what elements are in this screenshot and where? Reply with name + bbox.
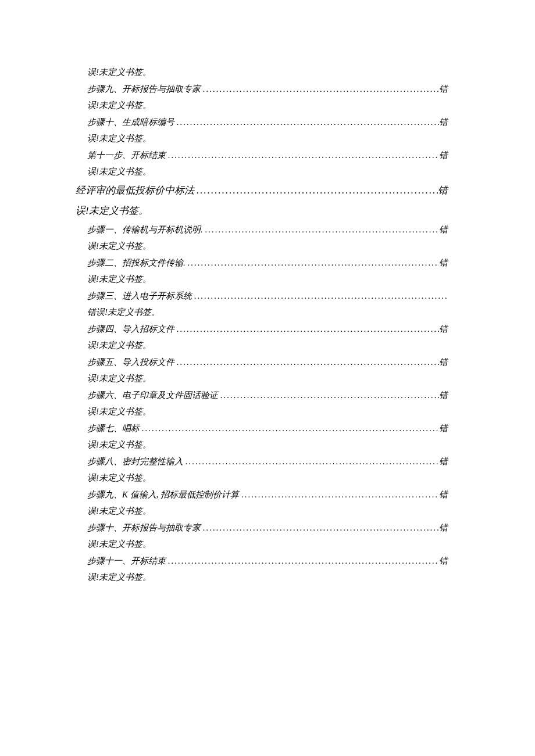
- toc-leader-dots: [140, 420, 439, 437]
- toc-entry: 步骤十、生成暗标编号错: [87, 114, 448, 131]
- toc-error-text: 误!未定义书签。: [87, 97, 448, 114]
- toc-leader-dots: [203, 221, 439, 238]
- toc-leader-dots: [194, 180, 438, 201]
- toc-entry: 步骤六、电子印章及文件固话验证错: [87, 387, 448, 404]
- toc-error-text: 误!未定义书签。: [76, 200, 448, 221]
- toc-entry: 第十一步、开标结束错: [87, 147, 448, 164]
- toc-label: 步骤六、电子印章及文件固话验证: [87, 387, 218, 404]
- toc-entry: 步骤三、进入电子开标系统: [87, 288, 448, 304]
- toc-label: 步骤九、开标报告与抽取专家: [87, 81, 201, 98]
- toc-error-text: 误!未定义书签。: [87, 403, 448, 420]
- toc-page: 错: [439, 387, 448, 404]
- toc-entry: 步骤九、K 值输入, 招标最低控制价计算错: [87, 486, 448, 503]
- toc-label: 步骤四、导入招标文件: [87, 321, 174, 338]
- toc-page: 错: [439, 519, 448, 536]
- toc-leader-dots: [218, 387, 439, 404]
- toc-page: 错: [439, 553, 448, 569]
- toc-label: 步骤五、导入投标文件: [87, 354, 174, 371]
- toc-leader-dots: [174, 321, 439, 338]
- toc-leader-dots: [201, 519, 439, 536]
- toc-leader-dots: [192, 288, 448, 304]
- toc-error-text: 误!未定义书签。: [87, 536, 448, 553]
- toc-entry: 步骤五、导入投标文件错: [87, 354, 448, 371]
- toc-entry: 步骤十一、开标结束错: [87, 553, 448, 569]
- toc-page: 错: [439, 114, 448, 131]
- toc-leader-dots: [186, 255, 439, 271]
- toc-label: 步骤九、K 值输入, 招标最低控制价计算: [87, 486, 239, 503]
- toc-entry: 步骤十、开标报告与抽取专家错: [87, 519, 448, 536]
- toc-error-text: 误!未定义书签。: [87, 64, 448, 81]
- toc-label: 第十一步、开标结束: [87, 147, 166, 164]
- toc-page: 错: [439, 420, 448, 437]
- toc-error-text: 误!未定义书签。: [87, 569, 448, 586]
- toc-leader-dots: [166, 147, 439, 164]
- toc-label: 步骤十、生成暗标编号: [87, 114, 174, 131]
- toc-leader-dots: [174, 354, 439, 371]
- toc-entry: 步骤一、传输机与开标机说明.错: [87, 221, 448, 238]
- toc-label: 步骤二、招投标文件传输.: [87, 255, 186, 271]
- toc-entry: 步骤七、唱标错: [87, 420, 448, 437]
- toc-error-text: 误!未定义书签。: [87, 130, 448, 147]
- toc-leader-dots: [201, 81, 439, 98]
- toc-page: 错: [439, 81, 448, 98]
- toc-error-text: 误!未定义书签。: [87, 337, 448, 354]
- toc-error-text: 误!未定义书签。: [87, 271, 448, 288]
- toc-page: 错: [439, 453, 448, 470]
- toc-container: 误!未定义书签。步骤九、开标报告与抽取专家错误!未定义书签。步骤十、生成暗标编号…: [87, 64, 448, 586]
- toc-label: 步骤三、进入电子开标系统: [87, 288, 192, 304]
- toc-entry: 经评审的最低投标价中标法错: [76, 180, 448, 201]
- toc-error-text: 误!未定义书签。: [87, 163, 448, 180]
- toc-entry: 步骤四、导入招标文件错: [87, 321, 448, 338]
- toc-entry: 步骤八、密封完整性输入错: [87, 453, 448, 470]
- toc-label: 步骤十、开标报告与抽取专家: [87, 519, 201, 536]
- toc-error-text: 误!未定义书签。: [87, 470, 448, 486]
- toc-error-text: 误!未定义书签。: [87, 238, 448, 255]
- toc-leader-dots: [166, 553, 439, 569]
- toc-label: 步骤一、传输机与开标机说明.: [87, 221, 203, 238]
- toc-label: 步骤七、唱标: [87, 420, 140, 437]
- toc-error-text: 误!未定义书签。: [87, 370, 448, 387]
- toc-page: 错: [439, 486, 448, 503]
- toc-leader-dots: [174, 114, 439, 131]
- toc-error-text: 错误!未定义书签。: [87, 304, 448, 321]
- toc-page: 错: [439, 255, 448, 271]
- toc-entry: 步骤九、开标报告与抽取专家错: [87, 81, 448, 98]
- toc-error-text: 误!未定义书签。: [87, 436, 448, 453]
- toc-page: 错: [438, 180, 448, 201]
- toc-leader-dots: [239, 486, 439, 503]
- toc-label: 步骤八、密封完整性输入: [87, 453, 183, 470]
- toc-error-text: 误!未定义书签。: [87, 503, 448, 519]
- toc-page: 错: [439, 354, 448, 371]
- toc-entry: 步骤二、招投标文件传输.错: [87, 255, 448, 271]
- toc-page: 错: [439, 321, 448, 338]
- toc-page: 错: [439, 147, 448, 164]
- toc-label: 步骤十一、开标结束: [87, 553, 166, 569]
- toc-page: 错: [439, 221, 448, 238]
- toc-label: 经评审的最低投标价中标法: [76, 180, 194, 201]
- toc-leader-dots: [183, 453, 439, 470]
